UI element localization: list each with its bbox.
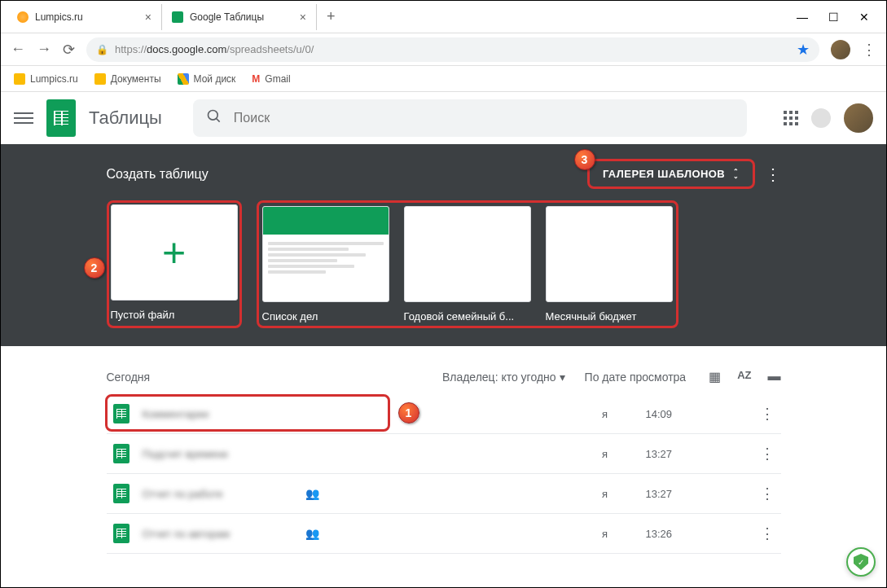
file-time: 13:27: [646, 448, 760, 460]
search-box[interactable]: [193, 99, 747, 137]
reload-button[interactable]: ⟳: [63, 41, 75, 59]
app-title: Таблицы: [89, 108, 162, 129]
chevron-down-icon: ▾: [560, 371, 565, 384]
url-input[interactable]: 🔒 https://docs.google.com/spreadsheets/u…: [86, 37, 819, 62]
profile-avatar[interactable]: [831, 40, 850, 59]
plus-icon: +: [162, 229, 186, 276]
annotation-badge: 3: [574, 149, 595, 170]
close-tab-icon[interactable]: ×: [300, 11, 306, 24]
template-yearly-budget[interactable]: Годовой семейный б...: [404, 206, 531, 323]
grid-view-button[interactable]: ▦: [709, 369, 721, 384]
browser-tab-active[interactable]: Google Таблицы ×: [162, 4, 317, 30]
favicon-icon: [17, 11, 29, 23]
annotation-badge: 1: [398, 402, 419, 423]
bookmark-star-icon[interactable]: ★: [797, 41, 810, 59]
svg-point-0: [208, 110, 217, 120]
bookmark-item[interactable]: Мой диск: [178, 73, 236, 85]
template-blank[interactable]: + Пустой файл: [111, 204, 238, 321]
apps-grid-button[interactable]: [784, 111, 798, 125]
template-todo[interactable]: Список дел: [262, 206, 389, 323]
file-more-button[interactable]: ⋮: [760, 485, 775, 502]
search-input[interactable]: [234, 111, 734, 125]
files-section: Сегодня Владелец: кто угодно▾ По дате пр…: [94, 346, 794, 567]
folder-icon: [94, 73, 106, 85]
more-options-button[interactable]: ⋮: [765, 165, 781, 184]
tab-title: Google Таблицы: [190, 11, 264, 23]
file-owner: я: [564, 408, 646, 420]
forward-button[interactable]: →: [37, 41, 51, 58]
template-section: Создать таблицу 3 ГАЛЕРЕЯ ШАБЛОНОВ ⌃⌄ ⋮ …: [1, 144, 886, 346]
file-time: 13:26: [646, 528, 760, 540]
file-owner: я: [564, 528, 646, 540]
sheets-file-icon: [113, 524, 130, 543]
file-time: 14:09: [646, 408, 760, 420]
bookmarks-bar: Lumpics.ru Документы Мой диск MGmail: [1, 66, 886, 92]
bookmark-item[interactable]: MGmail: [252, 73, 290, 85]
sort-az-button[interactable]: AZ: [737, 369, 751, 384]
shared-icon: 👥: [305, 527, 319, 540]
files-section-heading: Сегодня: [107, 371, 151, 384]
close-window-button[interactable]: ✕: [858, 11, 870, 23]
file-row[interactable]: Отчет по работе 👥 я 13:27 ⋮: [107, 474, 781, 514]
back-button[interactable]: ←: [11, 41, 25, 58]
lock-icon: 🔒: [96, 44, 108, 55]
file-name: Отчет по авторам: [143, 528, 305, 540]
main-menu-button[interactable]: [14, 112, 33, 124]
url-text: https://docs.google.com/spreadsheets/u/0…: [115, 43, 314, 55]
template-label: Список дел: [262, 310, 389, 323]
sheets-file-icon: [113, 444, 130, 463]
template-gallery-button[interactable]: ГАЛЕРЕЯ ШАБЛОНОВ ⌃⌄: [587, 159, 755, 189]
sheets-logo-icon[interactable]: [46, 99, 76, 137]
file-row[interactable]: 1 Комментарии я 14:09 ⋮: [107, 394, 781, 434]
annotation-badge: 2: [84, 257, 105, 279]
template-monthly-budget[interactable]: Месячный бюджет: [546, 206, 673, 323]
owner-filter-dropdown[interactable]: Владелец: кто угодно▾: [442, 371, 565, 384]
file-name: Подсчет времени: [143, 448, 305, 460]
sheets-file-icon: [113, 484, 130, 503]
gmail-icon: M: [252, 73, 260, 85]
close-tab-icon[interactable]: ×: [145, 11, 151, 24]
new-tab-button[interactable]: +: [317, 8, 345, 25]
minimize-button[interactable]: —: [797, 11, 808, 23]
file-name: Комментарии: [143, 408, 305, 420]
notifications-button[interactable]: [811, 108, 831, 128]
file-owner: я: [564, 448, 646, 460]
file-owner: я: [564, 488, 646, 500]
file-time: 13:27: [646, 488, 760, 500]
tab-title: Lumpics.ru: [35, 11, 83, 23]
file-more-button[interactable]: ⋮: [760, 445, 775, 463]
file-name: Отчет по работе: [143, 488, 305, 500]
file-more-button[interactable]: ⋮: [760, 524, 775, 542]
bookmark-item[interactable]: Lumpics.ru: [14, 73, 78, 85]
account-avatar[interactable]: [844, 103, 873, 133]
favicon-icon: [172, 11, 183, 23]
folder-picker-button[interactable]: ▬: [768, 369, 781, 384]
file-row[interactable]: Подсчет времени я 13:27 ⋮: [107, 434, 781, 474]
folder-icon: [14, 73, 25, 85]
shared-icon: 👥: [305, 487, 319, 500]
template-heading: Создать таблицу: [107, 167, 209, 182]
file-row[interactable]: Отчет по авторам 👥 я 13:26 ⋮: [107, 514, 781, 554]
sheets-file-icon: [113, 404, 130, 423]
gallery-label: ГАЛЕРЕЯ ШАБЛОНОВ: [603, 168, 725, 180]
browser-tab[interactable]: Lumpics.ru ×: [7, 4, 162, 30]
bookmark-item[interactable]: Документы: [94, 73, 161, 85]
address-bar: ← → ⟳ 🔒 https://docs.google.com/spreadsh…: [1, 33, 886, 66]
template-label: Месячный бюджет: [546, 310, 673, 323]
maximize-button[interactable]: ☐: [828, 11, 839, 23]
template-label: Годовой семейный б...: [404, 310, 531, 323]
svg-line-1: [216, 118, 219, 121]
file-more-button[interactable]: ⋮: [760, 405, 775, 423]
browser-menu-button[interactable]: ⋮: [862, 41, 876, 59]
template-label: Пустой файл: [111, 309, 238, 321]
drive-icon: [178, 73, 189, 85]
app-header: Таблицы: [1, 92, 886, 144]
sort-label[interactable]: По дате просмотра: [585, 371, 687, 384]
browser-titlebar: Lumpics.ru × Google Таблицы × + — ☐ ✕: [1, 1, 886, 33]
search-icon: [206, 108, 222, 129]
security-badge-icon[interactable]: ✓: [846, 547, 876, 577]
expand-icon: ⌃⌄: [733, 169, 739, 179]
